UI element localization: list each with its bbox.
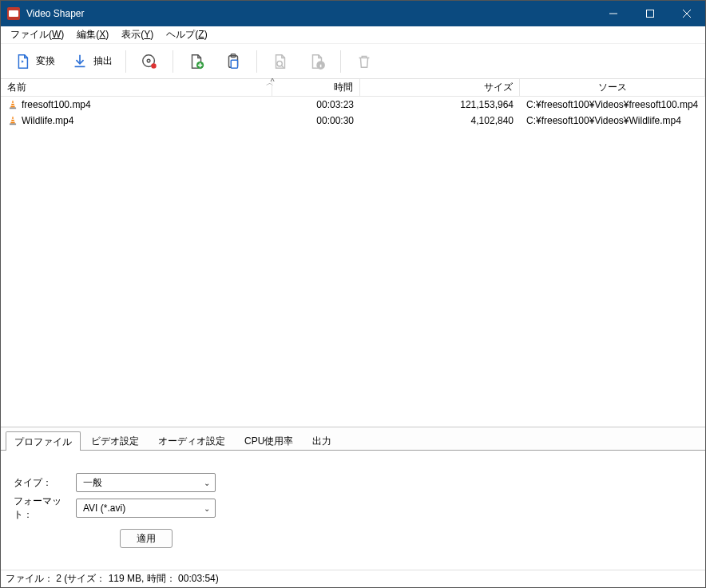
tab-video[interactable]: ビデオ設定 <box>82 431 148 450</box>
chevron-down-icon: ⌄ <box>204 479 210 487</box>
column-header-name[interactable]: 名前 <box>1 79 272 96</box>
tab-panel-profile: タイプ： 一般 ⌄ フォーマット： AVI (*.avi) ⌄ 適用 <box>1 450 705 570</box>
app-icon <box>7 7 20 20</box>
convert-icon <box>14 53 31 70</box>
svg-rect-10 <box>231 60 237 68</box>
type-value: 一般 <box>83 476 102 490</box>
menu-file[interactable]: ファイル(W) <box>4 26 70 43</box>
file-type-icon <box>7 99 18 110</box>
tab-profile[interactable]: プロファイル <box>6 431 81 451</box>
convert-button[interactable]: 変換 <box>6 47 63 76</box>
app-title: Video Shaper <box>26 8 85 19</box>
chevron-down-icon: ⌄ <box>204 504 210 513</box>
status-text: ファイル： 2 (サイズ： 119 MB, 時間： 00:03:54) <box>6 572 219 586</box>
file-type-icon <box>7 115 18 126</box>
file-name: freesoft100.mp4 <box>22 99 91 110</box>
paste-button[interactable] <box>215 47 252 76</box>
menu-bar: ファイル(W) 編集(X) 表示(Y) ヘルプ(Z) <box>1 26 705 44</box>
delete-icon <box>355 53 373 70</box>
type-select[interactable]: 一般 ⌄ <box>76 473 216 492</box>
file-name: Wildlife.mp4 <box>22 115 73 126</box>
tab-cpu[interactable]: CPU使用率 <box>236 431 302 450</box>
convert-label: 変換 <box>36 54 55 68</box>
file-time: 00:03:23 <box>272 99 360 110</box>
title-bar: Video Shaper <box>1 1 705 26</box>
toolbar-separator <box>256 50 257 73</box>
format-label: フォーマット： <box>14 495 76 522</box>
burn-disc-icon <box>141 53 158 70</box>
add-file-button[interactable] <box>178 47 215 76</box>
file-size: 4,102,840 <box>360 115 520 126</box>
file-list[interactable]: freesoft100.mp4 00:03:23 121,153,964 C:¥… <box>1 97 705 427</box>
delete-button[interactable] <box>346 47 383 76</box>
table-row[interactable]: Wildlife.mp4 00:00:30 4,102,840 C:¥frees… <box>1 113 705 129</box>
svg-rect-18 <box>10 124 16 125</box>
svg-point-11 <box>277 61 282 66</box>
svg-rect-16 <box>11 119 14 120</box>
column-header-size[interactable]: サイズ <box>360 79 520 96</box>
close-button[interactable] <box>668 1 705 26</box>
status-bar: ファイル： 2 (サイズ： 119 MB, 時間： 00:03:54) <box>1 570 705 587</box>
tab-output[interactable]: 出力 <box>303 431 340 450</box>
apply-button[interactable]: 適用 <box>120 529 173 548</box>
tab-strip: プロファイル ビデオ設定 オーディオ設定 CPU使用率 出力 <box>1 427 705 450</box>
svg-rect-15 <box>10 108 16 109</box>
extract-icon <box>71 53 89 70</box>
preview-icon <box>272 53 289 70</box>
minimize-button[interactable] <box>595 1 632 26</box>
type-label: タイプ： <box>14 476 76 490</box>
burn-disc-button[interactable] <box>131 47 168 76</box>
svg-rect-13 <box>11 103 14 104</box>
file-time: 00:00:30 <box>272 115 360 126</box>
column-header-source[interactable]: ソース <box>520 79 705 96</box>
svg-point-6 <box>151 63 156 68</box>
preview-button[interactable] <box>262 47 299 76</box>
paste-icon <box>224 53 242 70</box>
tab-audio[interactable]: オーディオ設定 <box>149 431 234 450</box>
file-source: C:¥freesoft100¥Videos¥Wildlife.mp4 <box>520 115 705 126</box>
svg-point-5 <box>147 59 150 62</box>
toolbar-separator <box>125 50 126 73</box>
settings-panel: プロファイル ビデオ設定 オーディオ設定 CPU使用率 出力 タイプ： 一般 ⌄… <box>1 427 705 570</box>
menu-edit[interactable]: 編集(X) <box>70 26 115 43</box>
toolbar: 変換 抽出 <box>1 44 705 79</box>
extract-button[interactable]: 抽出 <box>63 47 121 76</box>
format-value: AVI (*.avi) <box>83 503 125 514</box>
file-info-icon <box>308 53 326 70</box>
extract-label: 抽出 <box>93 54 113 68</box>
file-info-button[interactable] <box>299 47 335 76</box>
svg-rect-1 <box>647 10 654 18</box>
add-file-icon <box>188 53 205 70</box>
svg-rect-17 <box>11 121 15 122</box>
list-header: 名前 時間 サイズ ソース <box>1 79 705 97</box>
maximize-button[interactable] <box>632 1 668 26</box>
menu-help[interactable]: ヘルプ(Z) <box>160 26 213 43</box>
toolbar-separator <box>173 50 173 73</box>
menu-view[interactable]: 表示(Y) <box>115 26 160 43</box>
toolbar-separator <box>340 50 341 73</box>
file-source: C:¥freesoft100¥Videos¥freesoft100.mp4 <box>520 99 705 110</box>
file-size: 121,153,964 <box>360 99 520 110</box>
column-header-time[interactable]: 時間 <box>272 79 360 96</box>
svg-rect-14 <box>11 105 15 106</box>
table-row[interactable]: freesoft100.mp4 00:03:23 121,153,964 C:¥… <box>1 97 705 113</box>
format-select[interactable]: AVI (*.avi) ⌄ <box>76 499 216 518</box>
